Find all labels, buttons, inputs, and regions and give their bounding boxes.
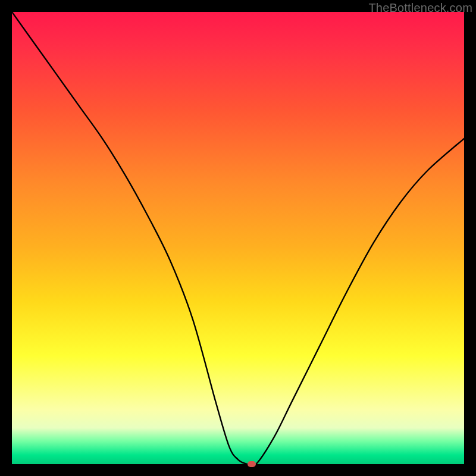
chart-frame: TheBottleneck.com xyxy=(0,0,476,476)
optimum-marker xyxy=(248,461,256,467)
bottleneck-curve xyxy=(12,12,464,464)
plot-area xyxy=(12,12,464,464)
curve-path xyxy=(12,12,464,464)
watermark-text: TheBottleneck.com xyxy=(368,1,472,15)
